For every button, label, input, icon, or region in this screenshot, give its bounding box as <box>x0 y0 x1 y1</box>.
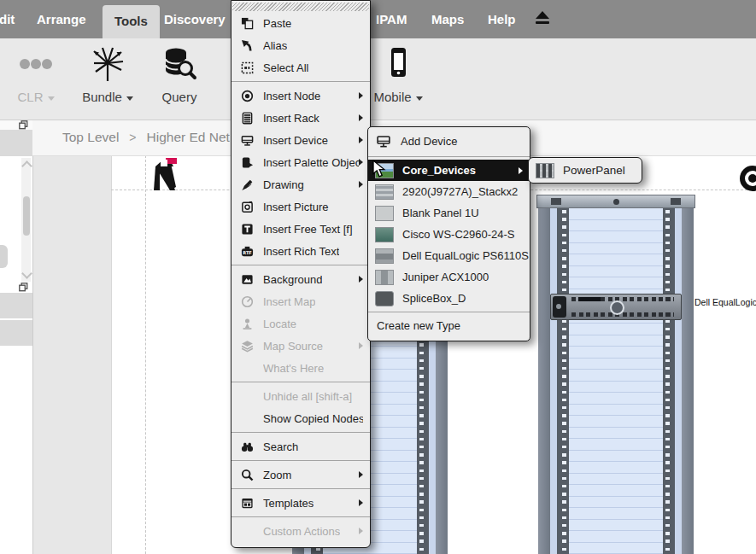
menu-item-insert-rich-text[interactable]: RTF Insert Rich Text <box>231 240 370 262</box>
menu-item-juniper[interactable]: Juniper ACX1000 <box>368 266 530 288</box>
menu-separator <box>231 488 370 489</box>
scrollbar-thumb[interactable] <box>23 196 30 236</box>
eject-icon[interactable] <box>535 11 550 26</box>
menu-item-cisco-switch[interactable]: Cisco WS-C2960-24-S <box>368 224 530 245</box>
menu-item-show-copied-nodes[interactable]: Show Copied Nodes <box>231 407 370 429</box>
netterrain-logo-icon <box>153 158 179 192</box>
rack[interactable] <box>538 195 694 554</box>
menu-item-drawing[interactable]: Drawing <box>231 173 370 195</box>
restore-panel-icon[interactable] <box>19 283 28 292</box>
dropdown-caret-icon <box>416 96 423 101</box>
bundle-burst-icon <box>77 45 138 83</box>
submenu-arrow-icon <box>359 92 363 99</box>
background-image-icon <box>238 272 255 286</box>
menu-item-blank-panel[interactable]: Blank Panel 1U <box>368 202 530 224</box>
menu-tools[interactable]: Tools <box>103 5 160 38</box>
add-device-icon <box>375 134 392 149</box>
database-search-icon <box>152 45 207 83</box>
breadcrumb-separator: > <box>129 131 136 144</box>
menu-item-select-all[interactable]: Select All <box>231 56 370 79</box>
scroll-down-icon[interactable] <box>21 268 32 279</box>
menu-item-create-new-type[interactable]: Create new Type <box>368 315 530 336</box>
menu-help[interactable]: Help <box>488 0 516 38</box>
submenu-arrow-icon <box>359 528 363 534</box>
menu-item-dell-equallogic[interactable]: Dell EqualLogic PS6110S <box>368 245 530 266</box>
sidebar-scrollbar[interactable] <box>21 158 31 282</box>
menu-edit[interactable]: Edit <box>0 0 15 38</box>
menu-item-templates[interactable]: Templates <box>231 492 370 514</box>
menu-item-paste[interactable]: Paste <box>231 12 370 34</box>
collapsed-panel[interactable] <box>0 130 32 156</box>
menu-item-map-source: Map Source <box>231 335 370 357</box>
menu-scroll-up-strip[interactable] <box>232 3 369 11</box>
device-vents <box>571 312 674 317</box>
menu-separator <box>231 265 370 265</box>
menu-item-insert-node[interactable]: Insert Node <box>231 85 370 107</box>
menu-item-locate: Locate <box>231 312 370 335</box>
menu-item-2920-stack[interactable]: 2920(J9727A)_Stackx2 <box>368 181 530 202</box>
menu-item-insert-picture[interactable]: Insert Picture <box>231 195 370 218</box>
menu-item-core-devices[interactable]: Core_Devices <box>368 160 530 181</box>
paste-icon <box>238 16 255 30</box>
alias-arrow-icon <box>238 38 255 52</box>
bundle-button[interactable]: Bundle <box>77 45 138 104</box>
main-menubar: Edit Arrange Tools Discovery IPAM Maps H… <box>0 0 756 38</box>
menu-separator <box>231 460 370 461</box>
dell-equallogic-device[interactable] <box>550 294 682 320</box>
scroll-up-icon[interactable] <box>21 160 32 172</box>
submenu-arrow-icon <box>359 471 363 478</box>
menu-item-powerpanel[interactable]: PowerPanel <box>563 164 625 177</box>
submenu-arrow-icon <box>359 137 363 143</box>
menu-item-zoom[interactable]: Zoom <box>231 464 370 486</box>
splicebox-thumbnail-icon <box>375 291 394 306</box>
menu-item-custom-actions: Custom Actions <box>231 520 370 542</box>
rack-top-frame <box>536 195 695 208</box>
menu-arrange[interactable]: Arrange <box>37 0 86 38</box>
switch-thumbnail-icon <box>375 184 394 200</box>
collapsed-panel[interactable] <box>0 320 32 346</box>
insert-device-submenu: Add Device Core_Devices 2920(J9727A)_Sta… <box>367 126 530 341</box>
insert-map-icon <box>238 294 255 308</box>
menu-item-alias[interactable]: Alias <box>231 34 370 56</box>
palette-object-icon <box>238 155 255 169</box>
free-text-icon <box>238 222 255 236</box>
menu-item-insert-free-text[interactable]: Insert Free Text [f] <box>231 218 370 240</box>
menu-maps[interactable]: Maps <box>431 0 464 38</box>
core-devices-submenu: PowerPanel <box>528 157 642 184</box>
menu-item-insert-device[interactable]: Insert Device <box>231 129 370 151</box>
menu-separator <box>368 156 530 157</box>
binoculars-icon <box>238 440 255 453</box>
rich-text-icon: RTF <box>238 244 255 258</box>
insert-picture-icon <box>238 200 255 213</box>
mobile-button[interactable]: Mobile <box>367 45 429 104</box>
grid-line-vertical <box>145 155 146 554</box>
submenu-arrow-icon <box>359 342 363 349</box>
menu-separator <box>231 382 370 382</box>
panel-pull-tab[interactable] <box>0 245 8 268</box>
menu-item-insert-palette-object[interactable]: Insert Palette Object <box>231 151 370 173</box>
menu-item-search[interactable]: Search <box>231 435 370 458</box>
rack-body <box>538 208 694 554</box>
query-button[interactable]: Query <box>152 45 207 104</box>
breadcrumb-current[interactable]: Higher Ed Net <box>147 130 230 145</box>
menu-item-splicebox[interactable]: SpliceBox_D <box>368 288 530 309</box>
submenu-arrow-icon <box>519 167 523 174</box>
dropdown-caret-icon <box>126 96 133 101</box>
menu-ipam[interactable]: IPAM <box>376 0 407 38</box>
submenu-arrow-icon <box>359 159 363 166</box>
magnifier-icon <box>238 468 255 481</box>
dropdown-caret-icon <box>48 96 55 101</box>
breadcrumb-root[interactable]: Top Level <box>62 130 119 145</box>
restore-panel-icon[interactable] <box>19 120 28 130</box>
clr-button[interactable]: CLR <box>9 45 63 104</box>
menu-item-add-device[interactable]: Add Device <box>368 129 530 154</box>
insert-rack-icon <box>238 111 255 125</box>
submenu-arrow-icon <box>359 114 363 121</box>
device-display <box>578 297 601 301</box>
menu-discovery[interactable]: Discovery <box>164 0 226 38</box>
menu-separator <box>231 516 370 517</box>
menu-item-insert-rack[interactable]: Insert Rack <box>231 107 370 129</box>
menu-separator <box>368 312 530 312</box>
menu-item-background[interactable]: Background <box>231 268 370 290</box>
collapsed-panel[interactable] <box>0 293 32 318</box>
